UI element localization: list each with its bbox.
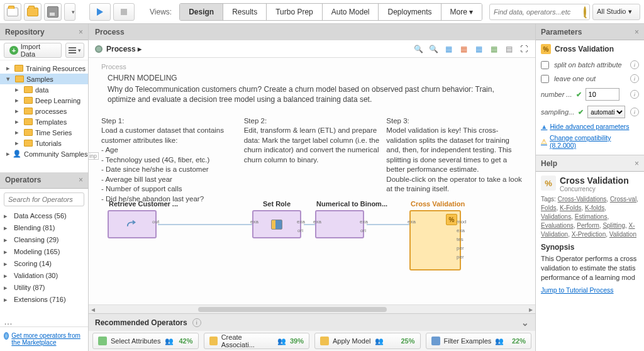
tree-item-tutorials[interactable]: ▸Tutorials [0, 138, 88, 148]
plus-icon: + [9, 46, 18, 55]
operator-category[interactable]: ▸Data Access (56) [0, 210, 88, 222]
run-button[interactable] [89, 3, 111, 21]
help-tag[interactable]: X-Prediction [572, 231, 606, 238]
help-tag[interactable]: Validation [609, 231, 636, 238]
tree-item-training-resources[interactable]: ▸Training Resources [0, 63, 88, 74]
marketplace-link[interactable]: Get more operators from the Marketplace [0, 326, 88, 351]
tab-turbo-prep[interactable]: Turbo Prep [267, 4, 323, 20]
operator-category[interactable]: ▸Blending (81) [0, 222, 88, 234]
search-icon [584, 8, 586, 16]
help-tag[interactable]: K-folds [585, 204, 604, 211]
global-search-input[interactable] [489, 4, 590, 20]
help-tag[interactable]: Evaluations [541, 222, 574, 229]
tree-item-processes[interactable]: ▸processes [0, 106, 88, 116]
number-label: number ... [541, 91, 572, 98]
help-tag[interactable]: Validations [541, 213, 571, 220]
breadcrumb-label: Process ▸ [106, 45, 142, 53]
help-subtitle: Concurrency [560, 186, 629, 192]
change-compat-link[interactable]: ⚠ Change compatibility (8.2.000) [541, 132, 639, 151]
split-batch-checkbox[interactable] [541, 61, 549, 69]
info-icon[interactable]: i [192, 318, 201, 327]
tool-icon-3[interactable]: ▦ [474, 44, 484, 54]
operator-category[interactable]: ▸Extensions (716) [0, 294, 88, 306]
operator-numerical-to-binom-[interactable]: Numerical to Binom...exaexaori [315, 210, 364, 238]
help-tag[interactable]: Cross-val [610, 196, 636, 203]
leave-one-out-checkbox[interactable] [541, 75, 549, 83]
tab-results[interactable]: Results [223, 4, 267, 20]
left-sidebar: Repository × + Import Data ▾ ▸Training R… [0, 24, 88, 351]
help-tag[interactable]: Folds [541, 204, 556, 211]
process-panel-title: Process [89, 24, 535, 40]
expand-icon[interactable]: ⛶ [519, 44, 529, 54]
tree-item-time-series[interactable]: ▸Time Series [0, 127, 88, 138]
hide-advanced-link[interactable]: ▲ Hide advanced parameters [541, 121, 639, 132]
sampling-select[interactable]: automatic [587, 106, 625, 118]
recommended-create-associati-[interactable]: Create Associati...👥39% [204, 333, 310, 349]
close-icon[interactable]: × [79, 176, 83, 184]
tree-item-templates[interactable]: ▸Templates [0, 116, 88, 127]
help-panel-title: Help × [536, 155, 644, 172]
parameters-panel-title: Parameters × [536, 24, 644, 40]
tree-item-deep-learning[interactable]: ▸Deep Learning [0, 95, 88, 106]
save-button[interactable] [44, 3, 62, 21]
help-tag[interactable]: Estimations [575, 213, 608, 220]
save-dropdown[interactable]: ▾ [64, 3, 75, 21]
operator-category[interactable]: ▸Scoring (14) [0, 258, 88, 270]
repo-menu-button[interactable]: ▾ [65, 43, 84, 58]
tool-icon-4[interactable]: ▦ [489, 44, 499, 54]
tree-item-data[interactable]: ▸data [0, 84, 88, 95]
tool-icon-2[interactable]: ▦ [458, 44, 469, 54]
process-section-label: Process [101, 63, 523, 70]
horizontal-scrollbar[interactable]: ◂ ▸ [89, 304, 535, 313]
recommended-apply-model[interactable]: Apply Model👥25% [314, 333, 421, 349]
new-button[interactable] [4, 3, 21, 21]
zoom-out-icon[interactable]: 🔍 [428, 44, 438, 54]
process-canvas[interactable]: Process inp CHURN MODELING Why do Teleco… [89, 58, 535, 304]
tab-design[interactable]: Design [180, 4, 223, 20]
tab-more[interactable]: More ▾ [441, 4, 482, 20]
zoom-in-icon[interactable]: 🔍 [413, 44, 423, 54]
tab-auto-model[interactable]: Auto Model [323, 4, 379, 20]
open-button[interactable] [24, 3, 42, 21]
info-icon[interactable]: i [630, 90, 639, 99]
operators-search-input[interactable] [4, 192, 84, 206]
stop-button[interactable] [113, 3, 135, 21]
help-tag[interactable]: K-Folds [560, 204, 581, 211]
check-icon: ✔ [578, 108, 584, 116]
close-icon[interactable]: × [635, 28, 639, 36]
info-icon[interactable]: i [630, 108, 639, 116]
close-icon[interactable]: × [635, 159, 639, 168]
collapse-icon[interactable]: ⌄ [521, 318, 529, 328]
synopsis-text: This Operator performs a cross validatio… [541, 254, 639, 282]
recommended-select-attributes[interactable]: Select Attributes👥42% [92, 333, 199, 349]
parameters-op-name: Cross Validation [555, 45, 614, 53]
operator-cross-validation[interactable]: Cross Validation%examodexatesperper [409, 210, 461, 270]
recommended-filter-examples[interactable]: Filter Examples👥22% [426, 333, 532, 349]
studio-dropdown[interactable]: All Studio ▾ [592, 4, 640, 20]
number-input[interactable] [586, 88, 619, 101]
import-data-label: Import Data [21, 43, 57, 58]
info-icon[interactable]: i [630, 74, 639, 83]
tree-item-community-samples[interactable]: ▸👤Community Samples [0, 148, 88, 159]
import-data-button[interactable]: + Import Data [4, 43, 62, 58]
help-tag[interactable]: Cross-Validations [558, 196, 607, 203]
tutorial-link[interactable]: Jump to Tutorial Process [541, 286, 614, 294]
operator-category[interactable]: ▸Utility (87) [0, 282, 88, 294]
operator-category[interactable]: ▸Cleansing (29) [0, 234, 88, 246]
operator-set-role[interactable]: Set Roleexaexaori [252, 210, 301, 238]
tree-item-samples[interactable]: ▾Samples [0, 74, 88, 84]
operator-retrieve-customer-[interactable]: Retrieve Customer ...out [108, 210, 157, 238]
help-tag[interactable]: Perform [577, 222, 599, 229]
split-batch-label: split on batch attribute [554, 61, 622, 69]
tool-icon-1[interactable]: ▦ [443, 44, 453, 54]
tool-icon-5[interactable]: ▤ [504, 44, 514, 54]
operator-category[interactable]: ▸Modeling (165) [0, 246, 88, 258]
operator-category[interactable]: ▸Validation (30) [0, 270, 88, 282]
close-icon[interactable]: × [79, 28, 83, 36]
help-tag[interactable]: Splitting [602, 222, 625, 229]
breadcrumb[interactable]: Process ▸ [95, 45, 142, 53]
operators-panel-title: Operators × [0, 172, 88, 189]
main-toolbar: ▾ Views: Design Results Turbo Prep Auto … [0, 0, 644, 24]
info-icon[interactable]: i [630, 60, 639, 69]
tab-deployments[interactable]: Deployments [379, 4, 441, 20]
